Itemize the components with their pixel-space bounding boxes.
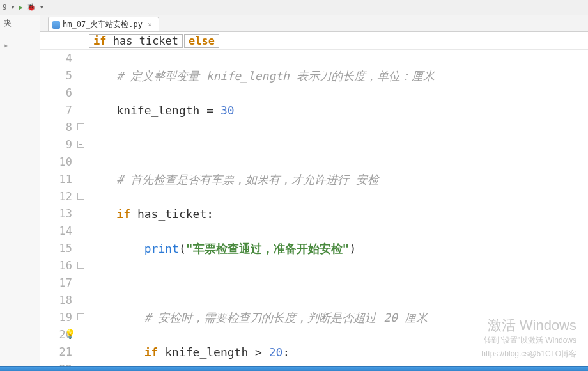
tabbar: hm_07_火车站安检.py × [40, 15, 588, 32]
line-number: 15 [40, 240, 72, 257]
fold-marker[interactable]: − [77, 141, 84, 148]
bulb-icon[interactable]: 💡 [65, 329, 75, 339]
line-number: 18 [40, 292, 72, 309]
fold-marker[interactable]: − [77, 193, 84, 200]
gutter: 456789101112131415161718192021222324 [40, 50, 76, 371]
line-number: 14 [40, 223, 72, 240]
python-file-icon [52, 21, 60, 29]
panel-row [4, 29, 36, 41]
project-panel[interactable]: 夹 ▸ [0, 15, 40, 371]
line-number: 17 [40, 274, 72, 292]
line-number: 19 [40, 309, 72, 326]
toolbar-label: 9 [3, 3, 7, 12]
line-number: 7 [40, 102, 72, 119]
editor-area: hm_07_火车站安检.py × if has_ticket else 4567… [40, 15, 588, 371]
panel-arrow-icon[interactable]: ▸ [4, 41, 36, 52]
file-tab[interactable]: hm_07_火车站安检.py × [48, 17, 159, 31]
fold-marker[interactable]: − [77, 262, 84, 269]
fold-marker[interactable]: − [77, 313, 84, 320]
more-icon[interactable]: ▾ [40, 3, 44, 12]
top-toolbar: 9 ▾ ▶ 🐞 ▾ [0, 0, 588, 15]
debug-icon[interactable]: 🐞 [27, 3, 36, 12]
code-editor[interactable]: # 定义整型变量 knife_length 表示刀的长度，单位：厘米 knife… [88, 50, 588, 371]
line-number: 9 [40, 136, 72, 154]
line-number: 10 [40, 154, 72, 171]
breadcrumb-item[interactable]: else [184, 34, 219, 48]
line-number: 21 [40, 343, 72, 361]
sep-icon: ▾ [11, 3, 15, 12]
main: 夹 ▸ hm_07_火车站安检.py × if has_ticket else … [0, 15, 588, 371]
status-bar [0, 366, 588, 371]
line-number: 12 [40, 188, 72, 205]
tab-filename: hm_07_火车站安检.py [63, 19, 143, 30]
line-number: 4 [40, 50, 72, 67]
breadcrumb-item[interactable]: if has_ticket [89, 34, 183, 48]
line-number: 13 [40, 205, 72, 223]
line-number: 16 [40, 257, 72, 274]
fold-marker[interactable]: − [77, 123, 84, 130]
line-number: 11 [40, 171, 72, 188]
panel-row: 夹 [4, 18, 36, 29]
line-number: 8 [40, 119, 72, 136]
breadcrumb[interactable]: if has_ticket else [40, 32, 588, 50]
fold-column: − − − − − − 💡 [76, 50, 88, 371]
line-number: 6 [40, 84, 72, 102]
close-icon[interactable]: × [148, 20, 152, 29]
line-number: 5 [40, 67, 72, 84]
run-icon[interactable]: ▶ [19, 3, 23, 12]
code-area: 456789101112131415161718192021222324 − −… [40, 50, 588, 371]
